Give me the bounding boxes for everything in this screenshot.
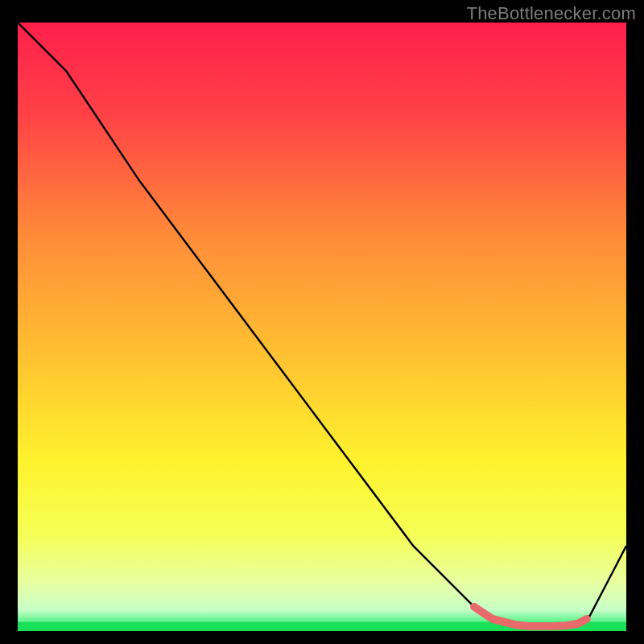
gradient-background <box>18 23 626 631</box>
chart-plot-area <box>18 23 626 631</box>
attribution-text: TheBottlenecker.com <box>467 3 636 24</box>
chart-svg <box>18 23 626 631</box>
chart-frame: TheBottlenecker.com <box>0 0 644 644</box>
